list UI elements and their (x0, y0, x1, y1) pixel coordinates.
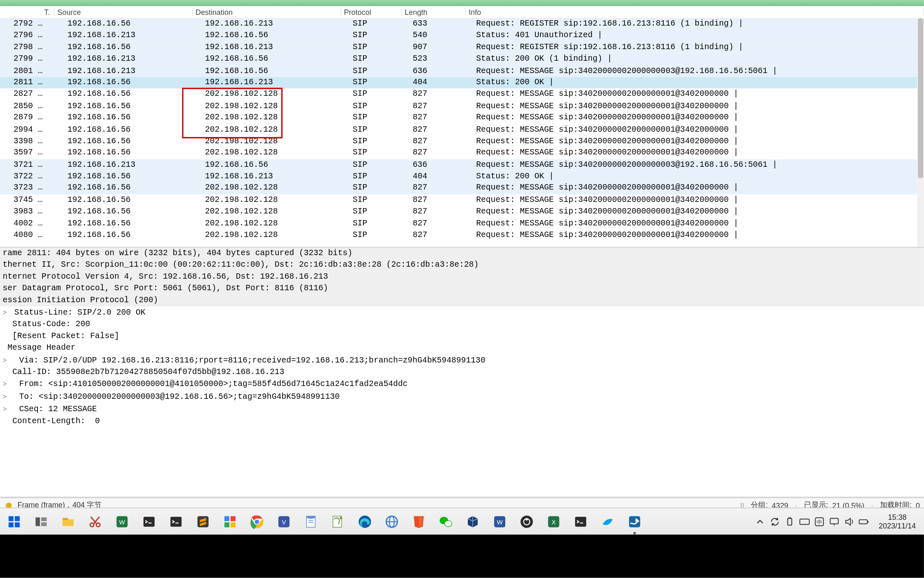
cell-col-info: Request: MESSAGE sip:3402000000200000000… (474, 194, 917, 206)
packet-row[interactable]: 3721 …192.168.16.213192.168.16.56SIP636R… (0, 159, 917, 171)
packet-list-scrollbar[interactable] (917, 18, 924, 247)
tray-usb-icon[interactable] (784, 516, 795, 527)
detail-contentlen[interactable]: Content-Length: 0 (0, 416, 924, 427)
notepad-icon[interactable] (302, 513, 320, 531)
detail-callid[interactable]: Call-ID: 355908e2b7b71204278850504f07d5b… (0, 367, 924, 378)
packet-list-pane[interactable]: T. Source Destination Protocol Length In… (0, 6, 924, 248)
packet-row[interactable]: 3398 …192.168.16.56202.198.102.128SIP827… (0, 135, 917, 147)
expander-icon[interactable] (3, 403, 9, 415)
tray-network-icon[interactable] (829, 516, 839, 527)
col-header-destination[interactable]: Destination (193, 8, 342, 17)
packet-row[interactable]: 2796 …192.168.16.213192.168.16.56SIP540S… (0, 30, 917, 42)
packet-row[interactable]: 2994 …192.168.16.56202.198.102.128SIP827… (0, 124, 917, 135)
cell-col-len: 827 (410, 147, 474, 159)
detail-resent[interactable]: [Resent Packet: False] (0, 331, 924, 342)
visio-icon[interactable]: V (275, 513, 293, 531)
packet-row[interactable]: 2801 …192.168.16.213192.168.16.56SIP636R… (0, 65, 917, 77)
detail-udp[interactable]: ser Datagram Protocol, Src Port: 5061 (5… (0, 283, 924, 294)
wechat-icon[interactable] (437, 513, 455, 531)
start-icon[interactable] (5, 513, 23, 531)
feishu-icon[interactable] (599, 513, 617, 531)
browser-icon[interactable] (383, 513, 401, 531)
col-header-protocol[interactable]: Protocol (341, 8, 402, 17)
svg-rect-14 (15, 522, 20, 527)
packet-row[interactable]: 2879 …192.168.16.56202.198.102.128SIP827… (0, 112, 917, 124)
npp-icon[interactable] (329, 513, 347, 531)
apps-icon[interactable] (221, 513, 239, 531)
scrollbar-thumb[interactable] (918, 18, 923, 178)
tray-chevron-icon[interactable] (754, 516, 765, 527)
tray-sync-icon[interactable] (769, 516, 780, 527)
packet-row[interactable]: 2827 …192.168.16.56202.198.102.128SIP827… (0, 89, 917, 100)
wireshark-icon[interactable] (626, 513, 644, 531)
cell-col-info: Request: MESSAGE sip:3402000000200000000… (474, 230, 917, 241)
wps-icon[interactable]: W (113, 513, 131, 531)
packet-row[interactable]: 3597 …192.168.16.56202.198.102.128SIP827… (0, 147, 917, 159)
col-header-no-time[interactable]: T. (0, 8, 54, 17)
tray-date: 2023/11/14 (879, 522, 916, 531)
expander-icon[interactable] (3, 354, 9, 367)
snip-icon[interactable] (86, 513, 104, 531)
cell-col-info: Request: MESSAGE sip:3402000000200000000… (474, 159, 917, 171)
cell-col-proto: SIP (350, 206, 410, 218)
html5-icon[interactable] (410, 513, 428, 531)
tray-battery-icon[interactable] (858, 516, 869, 527)
excel-icon[interactable]: X (545, 513, 563, 531)
detail-via[interactable]: Via: SIP/2.0/UDP 192.168.16.213:8116;rpo… (0, 354, 924, 367)
packet-list-header[interactable]: T. Source Destination Protocol Length In… (0, 6, 924, 19)
obs-icon[interactable] (518, 513, 536, 531)
expander-icon[interactable] (3, 306, 9, 319)
detail-ip[interactable]: nternet Protocol Version 4, Src: 192.168… (0, 271, 924, 283)
cell-col-no: 2799 … (0, 53, 65, 65)
edge-icon[interactable] (356, 513, 374, 531)
packet-row[interactable]: 3722 …192.168.16.56192.168.16.213SIP404S… (0, 171, 917, 182)
packet-row[interactable]: 2798 …192.168.16.56192.168.16.213SIP907R… (0, 42, 917, 53)
task-view-icon[interactable] (32, 513, 50, 531)
cmd-icon[interactable] (572, 513, 589, 531)
detail-msghdr[interactable]: Message Header (0, 342, 924, 354)
file-explorer-icon[interactable] (59, 513, 77, 531)
system-tray[interactable]: 中 15:38 2023/11/14 (754, 513, 924, 531)
col-header-info[interactable]: Info (466, 8, 924, 17)
packet-row[interactable]: 4002 …192.168.16.56202.198.102.128SIP827… (0, 218, 917, 229)
terminal1-icon[interactable] (140, 513, 158, 531)
col-header-length[interactable]: Length (402, 8, 466, 17)
packet-row[interactable]: 2811 …192.168.16.56192.168.16.213SIP404S… (0, 77, 917, 88)
packet-row[interactable]: 2799 …192.168.16.213192.168.16.56SIP523S… (0, 53, 917, 65)
virtualbox-icon[interactable] (464, 513, 482, 531)
svg-rect-25 (170, 517, 182, 527)
tray-volume-icon[interactable] (844, 516, 854, 527)
detail-from[interactable]: From: <sip:41010500002000000001@41010500… (0, 378, 924, 391)
tray-ime-icon[interactable]: 中 (814, 516, 825, 527)
windows-taskbar[interactable]: WVWX 中 15:38 2023/11/14 (0, 507, 924, 535)
packet-row[interactable]: 3745 …192.168.16.56202.198.102.128SIP827… (0, 194, 917, 206)
sublime-icon[interactable] (194, 513, 212, 531)
terminal2-icon[interactable] (167, 513, 185, 531)
detail-cseq[interactable]: CSeq: 12 MESSAGE (0, 403, 924, 415)
cell-col-dst: 192.168.16.213 (202, 42, 350, 53)
tray-keyboard-icon[interactable] (799, 516, 810, 527)
cell-col-dst: 202.198.102.128 (202, 89, 350, 100)
chrome-icon[interactable] (248, 513, 266, 531)
packet-list-body[interactable]: 2792 …192.168.16.56192.168.16.213SIP633R… (0, 18, 917, 247)
detail-to[interactable]: To: <sip:34020000002000000003@192.168.16… (0, 391, 924, 403)
cell-col-proto: SIP (350, 42, 410, 53)
letterbox (0, 535, 924, 578)
packet-row[interactable]: 4080 …192.168.16.56202.198.102.128SIP827… (0, 230, 917, 241)
col-header-source[interactable]: Source (54, 8, 193, 17)
expander-icon[interactable] (3, 378, 9, 391)
detail-ethernet[interactable]: thernet II, Src: Scorpion_11:0c:00 (00:2… (0, 259, 924, 271)
detail-sip[interactable]: ession Initiation Protocol (200) (0, 295, 924, 306)
detail-frame[interactable]: rame 2811: 404 bytes on wire (3232 bits)… (0, 248, 924, 259)
tray-clock[interactable]: 15:38 2023/11/14 (873, 513, 916, 531)
packet-row[interactable]: 2792 …192.168.16.56192.168.16.213SIP633R… (0, 18, 917, 30)
detail-status-line[interactable]: Status-Line: SIP/2.0 200 OK (0, 306, 924, 319)
word-icon[interactable]: W (491, 513, 509, 531)
expander-icon[interactable] (3, 391, 9, 403)
packet-row[interactable]: 2850 …192.168.16.56202.198.102.128SIP827… (0, 100, 917, 112)
packet-row[interactable]: 3723 …192.168.16.56202.198.102.128SIP827… (0, 182, 917, 194)
packet-row[interactable]: 3983 …192.168.16.56202.198.102.128SIP827… (0, 206, 917, 218)
detail-status-code[interactable]: Status-Code: 200 (0, 319, 924, 330)
cell-col-no: 2827 … (0, 89, 65, 100)
packet-details-pane[interactable]: rame 2811: 404 bytes on wire (3232 bits)… (0, 248, 924, 497)
